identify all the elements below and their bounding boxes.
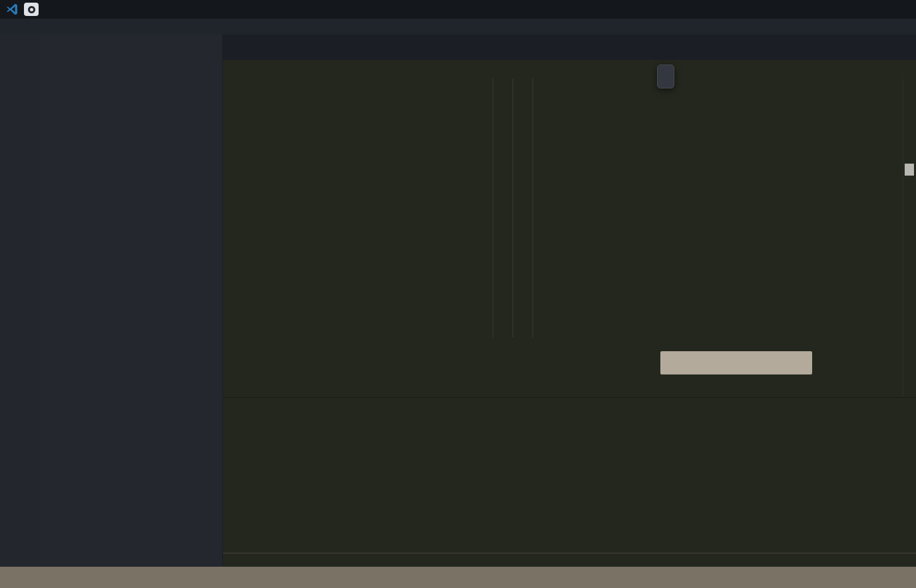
minimap[interactable] [827, 78, 903, 397]
vscode-window [0, 0, 916, 588]
workspace-section-header[interactable] [40, 58, 222, 74]
editor-scrollbar[interactable] [903, 78, 916, 397]
indent-guides [493, 78, 534, 397]
breadcrumb [223, 60, 916, 78]
chevron-down-icon [43, 61, 53, 71]
editor-tab-bar [223, 35, 916, 60]
editor-area [223, 35, 916, 567]
panel-tab-bar [223, 398, 916, 422]
code-editor[interactable] [223, 78, 916, 397]
debug-toolbar [657, 65, 674, 88]
app-window-icon [24, 3, 39, 16]
debug-console-output [223, 422, 916, 553]
scrollbar-thumb[interactable] [905, 164, 914, 176]
explorer-sidebar [40, 35, 223, 567]
activity-bar [0, 35, 40, 567]
vscode-logo-icon [5, 3, 19, 16]
debug-console-input[interactable] [223, 553, 916, 567]
bottom-panel [223, 397, 916, 567]
sidebar-header [40, 35, 222, 58]
main-area [0, 35, 916, 567]
title-bar [0, 0, 916, 19]
status-bar [0, 567, 916, 588]
add-configuration-button[interactable] [660, 351, 812, 374]
menu-bar [0, 19, 916, 35]
editor-actions [907, 35, 916, 60]
